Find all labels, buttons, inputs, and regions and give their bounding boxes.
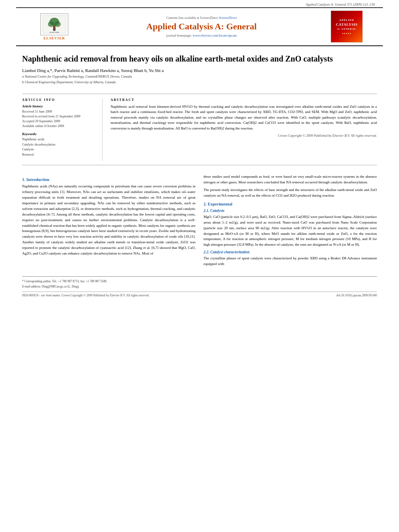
main-body: 1. Introduction Naphthenic acids (NAs) a… xyxy=(0,169,399,273)
svg-point-5 xyxy=(53,29,56,31)
characterization-subheading: 2.2. Catalyst characterization xyxy=(204,250,377,254)
keyword-4: Removal xyxy=(22,152,96,158)
keywords-group: Keywords: Naphthenic acids Catalytic dec… xyxy=(22,132,96,158)
history-label: Article history: xyxy=(22,104,96,108)
keyword-1: Naphthenic acids xyxy=(22,137,96,142)
copyright-line: Crown Copyright © 2009 Published by Else… xyxy=(111,134,377,138)
affiliation-a: a National Centre for Upgrading Technolo… xyxy=(22,74,377,79)
journal-url[interactable]: www.elsevier.com/locate/apcata xyxy=(193,33,237,37)
footer-bar: 0926-860X/$ – see front matter. Crown Co… xyxy=(22,292,377,297)
footer-section: * Corresponding author. Tel.: +1 780 987… xyxy=(22,276,377,289)
journal-center-block: Contents lists available at ScienceDirec… xyxy=(72,16,331,37)
abstract-col: ABSTRACT Naphthenic acid removal from bi… xyxy=(111,98,377,161)
experimental-heading: 2. Experimental xyxy=(204,202,377,206)
corresponding-note: * Corresponding author. Tel.: +1 780 987… xyxy=(22,279,377,283)
experimental-para1: MgO, CaO (particle size 0.2–0.5 μm), BaO… xyxy=(204,214,377,248)
available-date: Available online 4 October 2009 xyxy=(22,124,96,129)
journal-meta-bar: Applied Catalysis A: General 371 (2009) … xyxy=(0,0,399,7)
article-title-section: Naphthenic acid removal from heavy oils … xyxy=(0,46,399,90)
affiliation-b: b Chemical Engineering Department, Unive… xyxy=(22,80,377,85)
introduction-heading: 1. Introduction xyxy=(22,177,195,182)
journal-info: Applied Catalysis A: General 371 (2009) … xyxy=(306,2,375,6)
received-revised-date: Received in revised form 21 September 20… xyxy=(22,114,96,119)
elsevier-logo-image: ELSEVIER xyxy=(40,13,68,35)
article-title: Naphthenic acid removal from heavy oils … xyxy=(22,53,377,64)
doi-text: doi:10.1016/j.apcata.2009.09.040 xyxy=(336,294,377,297)
article-info-divider xyxy=(22,94,377,94)
journal-title: Applied Catalysis A: General xyxy=(80,21,323,32)
accepted-date: Accepted 29 September 2009 xyxy=(22,119,96,124)
sciencedirect-line: Contents lists available at ScienceDirec… xyxy=(80,16,323,20)
page-wrapper: Applied Catalysis A: General 371 (2009) … xyxy=(0,0,399,532)
info-abstract-section: ARTICLE INFO Article history: Received 1… xyxy=(0,98,399,161)
abstract-text: Naphthenic acid removal from bitumen-der… xyxy=(111,104,377,131)
catalysts-subheading: 2.1. Catalysts xyxy=(204,209,377,213)
journal-homepage: journal homepage: www.elsevier.com/locat… xyxy=(80,33,323,37)
article-info-label: ARTICLE INFO xyxy=(22,98,96,102)
svg-text:ELSEVIER: ELSEVIER xyxy=(49,31,59,33)
body-left-col: 1. Introduction Naphthenic acids (NAs) a… xyxy=(22,174,195,269)
elsevier-text: ELSEVIER xyxy=(43,36,65,40)
keywords-label: Keywords: xyxy=(22,132,96,136)
body-divider xyxy=(22,165,377,165)
catalysis-logo: APPLIED CATALYSIS A: GENERAL ●●●●● xyxy=(331,10,363,43)
issn-text: 0926-860X/$ – see front matter. Crown Co… xyxy=(22,294,150,297)
keyword-2: Catalytic decarboxylation xyxy=(22,142,96,148)
journal-header: ELSEVIER ELSEVIER Contents lists availab… xyxy=(16,7,383,45)
email-note: E-mail address: Ding@NRCan.gc.ca (L. Din… xyxy=(22,284,377,289)
received-date: Received 11 June 2009 xyxy=(22,109,96,114)
intro-para3-right: The present study investigates the effec… xyxy=(204,187,377,199)
authors-line: Lianhui Ding a,*, Parviz Rahimi a, Randa… xyxy=(22,68,377,73)
keyword-3: Catalysts xyxy=(22,147,96,152)
elsevier-logo-block: ELSEVIER ELSEVIER xyxy=(36,13,72,40)
abstract-label: ABSTRACT xyxy=(111,98,377,102)
introduction-para1: Naphthenic acids (NAs) are naturally occ… xyxy=(22,184,195,257)
body-right-col: these studies used model compounds as fe… xyxy=(204,174,377,269)
article-info-col: ARTICLE INFO Article history: Received 1… xyxy=(22,98,103,161)
body-two-col: 1. Introduction Naphthenic acids (NAs) a… xyxy=(22,174,377,269)
article-history-group: Article history: Received 11 June 2009 R… xyxy=(22,104,96,129)
keyword-list: Naphthenic acids Catalytic decarboxylati… xyxy=(22,137,96,158)
experimental-para2: The crystalline phases of spent catalyst… xyxy=(204,256,377,267)
intro-para2-right: these studies used model compounds as fe… xyxy=(204,174,377,185)
